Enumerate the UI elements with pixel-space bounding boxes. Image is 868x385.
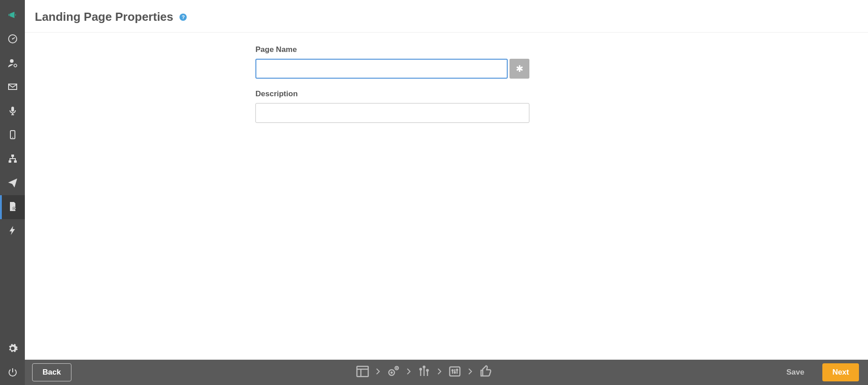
user-settings-icon	[7, 57, 18, 70]
svg-point-2	[10, 59, 14, 63]
chevron-right-icon	[468, 368, 472, 377]
svg-point-1	[12, 38, 13, 39]
description-input[interactable]	[255, 103, 529, 123]
sidebar-item-bolt[interactable]	[0, 219, 25, 243]
svg-point-18	[423, 366, 425, 368]
gear-icon	[7, 343, 18, 356]
power-icon	[7, 367, 18, 380]
sliders-icon	[448, 372, 462, 380]
step-layout[interactable]	[356, 365, 369, 380]
description-row: Description	[255, 89, 529, 123]
svg-point-21	[452, 370, 453, 371]
sidebar-item-microphone[interactable]	[0, 99, 25, 123]
mail-icon	[7, 81, 18, 94]
svg-rect-9	[14, 160, 17, 163]
layout-icon	[356, 372, 369, 380]
page-header: Landing Page Properties ?	[25, 0, 868, 33]
sidebar	[0, 0, 25, 385]
page-name-input[interactable]	[255, 59, 508, 79]
chevron-right-icon	[406, 368, 411, 377]
step-review[interactable]	[479, 365, 492, 380]
svg-point-22	[454, 372, 456, 374]
svg-point-6	[12, 137, 13, 138]
dashboard-icon	[7, 33, 18, 46]
send-icon	[7, 177, 18, 190]
sidebar-item-user-settings[interactable]	[0, 52, 25, 75]
page-name-label: Page Name	[255, 45, 529, 54]
bolt-icon	[7, 225, 18, 238]
sidebar-item-mail[interactable]	[0, 75, 25, 99]
svg-rect-7	[11, 155, 14, 157]
design-tools-icon	[417, 372, 431, 380]
sidebar-item-mobile[interactable]	[0, 123, 25, 147]
step-configure[interactable]	[448, 365, 462, 380]
svg-point-16	[396, 367, 397, 369]
required-indicator: ✱	[509, 59, 529, 79]
sidebar-item-send[interactable]	[0, 171, 25, 195]
back-button[interactable]: Back	[32, 363, 71, 381]
mobile-icon	[7, 129, 18, 142]
sidebar-item-sitemap[interactable]	[0, 147, 25, 171]
gears-icon	[387, 372, 400, 380]
sidebar-item-settings[interactable]	[0, 337, 25, 361]
chevron-right-icon	[376, 368, 380, 377]
content-area: Page Name ✱ Description	[25, 33, 868, 360]
chevron-right-icon	[437, 368, 442, 377]
sidebar-item-landing-page[interactable]	[0, 195, 25, 219]
next-button[interactable]: Next	[822, 363, 859, 381]
sidebar-item-dashboard[interactable]	[0, 28, 25, 52]
svg-point-3	[14, 64, 17, 67]
megaphone-icon	[7, 9, 18, 22]
footer-bar: Back	[25, 360, 868, 385]
svg-rect-8	[9, 160, 11, 163]
svg-point-14	[391, 372, 392, 374]
svg-point-23	[456, 369, 458, 371]
sitemap-icon	[7, 153, 18, 166]
page-name-row: Page Name ✱	[255, 45, 529, 79]
asterisk-icon: ✱	[516, 63, 524, 74]
step-design[interactable]	[417, 365, 431, 380]
wizard-steps	[80, 365, 769, 380]
thumbs-up-icon	[479, 372, 492, 380]
sidebar-item-power[interactable]	[0, 361, 25, 385]
landing-page-icon	[7, 201, 18, 214]
save-button[interactable]: Save	[776, 363, 814, 381]
help-icon[interactable]: ?	[179, 14, 187, 21]
svg-point-19	[426, 369, 429, 371]
microphone-icon	[7, 105, 18, 118]
description-label: Description	[255, 89, 529, 99]
step-settings[interactable]	[387, 365, 400, 380]
properties-form: Page Name ✱ Description	[255, 45, 529, 123]
svg-point-17	[420, 368, 422, 371]
svg-rect-12	[357, 366, 368, 377]
page-title: Landing Page Properties	[35, 10, 173, 24]
svg-rect-4	[11, 107, 14, 112]
main: Landing Page Properties ? Page Name ✱ De…	[25, 0, 868, 385]
sidebar-item-megaphone[interactable]	[0, 4, 25, 28]
